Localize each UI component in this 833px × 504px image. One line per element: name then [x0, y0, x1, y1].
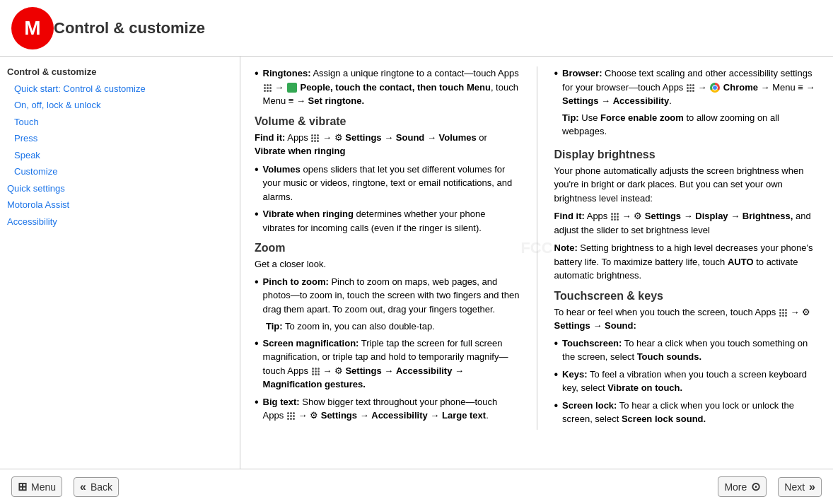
screen-mag-label: Screen magnification:: [263, 338, 359, 348]
next-label: Next: [784, 481, 805, 493]
sidebar-item-control-customize[interactable]: Control & customize: [0, 64, 240, 81]
content-wrapper: FCC • Ringtones: Assign a unique rington…: [255, 66, 819, 430]
vibrate-text: Vibrate when ringing determines whether …: [263, 207, 520, 235]
bullet-dot-r1: •: [554, 66, 559, 80]
ringtones-text: Ringtones: Assign a unique ringtone to a…: [263, 66, 520, 108]
screen-lock-item: • Screen lock: To hear a click when you …: [554, 399, 820, 426]
bullet-dot-4: •: [255, 275, 259, 288]
bottom-bar: ⊞ Menu « Back More ⊙ Next »: [0, 469, 833, 504]
browser-item: • Browser: Choose text scaling and other…: [554, 66, 820, 141]
apps-icon-r2: [611, 213, 619, 221]
find-it-brightness: Find it: Apps → ⚙ Settings → Display → B…: [554, 209, 820, 237]
zoom-tip: Tip: To zoom in, you can also double-tap…: [266, 320, 520, 334]
sidebar-item-on-off[interactable]: On, off, lock & unlock: [0, 97, 240, 114]
volumes-item: • Volumes opens sliders that let you set…: [255, 163, 520, 204]
force-enable-zoom: Force enable zoom: [600, 112, 684, 123]
back-button[interactable]: « Back: [74, 477, 119, 497]
more-icon: ⊙: [751, 480, 760, 493]
big-text-item: • Big text: Show bigger text throughout …: [255, 395, 520, 423]
touchscreen-item: • Touchscreen: To hear a click when you …: [554, 336, 820, 364]
apps-icon-r1: [687, 84, 694, 92]
screen-mag-text: Screen magnification: Triple tap the scr…: [263, 336, 520, 392]
keys-label: Keys:: [562, 369, 587, 380]
sidebar-item-touch[interactable]: Touch: [0, 114, 240, 131]
screen-lock-text: Screen lock: To hear a click when you lo…: [562, 399, 819, 426]
next-icon: »: [809, 481, 815, 493]
people-icon: [287, 83, 297, 93]
sidebar-item-customize[interactable]: Customize: [0, 163, 240, 180]
right-column: • Browser: Choose text scaling and other…: [554, 66, 820, 430]
find-it-label: Find it:: [255, 132, 285, 143]
apps-icon-4: [287, 412, 295, 420]
vibrate-on-touch-label: Vibrate on touch.: [607, 382, 682, 393]
apps-icon-2: [311, 134, 319, 142]
content-columns: • Ringtones: Assign a unique ringtone to…: [255, 66, 819, 430]
bullet-dot-ts: •: [554, 336, 559, 350]
ts-intro: To hear or feel when you touch the scree…: [554, 305, 820, 333]
bottom-left: ⊞ Menu « Back: [11, 476, 119, 497]
sidebar-item-speak[interactable]: Speak: [0, 147, 240, 164]
ts-label: Touchscreen:: [562, 338, 622, 348]
content-area: FCC • Ringtones: Assign a unique rington…: [240, 57, 833, 469]
vibrate-item: • Vibrate when ringing determines whethe…: [255, 207, 520, 235]
touchscreen-keys-heading: Touchscreen & keys: [554, 290, 820, 303]
tip-label-r: Tip:: [562, 112, 579, 123]
big-text-label: Big text:: [263, 397, 300, 407]
keys-item: • Keys: To feel a vibration when you tou…: [554, 368, 820, 395]
brightness-note: Note: Setting brightness to a high level…: [554, 241, 820, 283]
display-brightness-heading: Display brightness: [554, 148, 820, 161]
bullet-dot-5: •: [255, 336, 259, 350]
next-button[interactable]: Next »: [778, 477, 822, 497]
bottom-right: More ⊙ Next »: [718, 476, 822, 497]
pinch-text: Pinch to zoom: Pinch to zoom on maps, we…: [263, 275, 520, 317]
screen-mag-item: • Screen magnification: Triple tap the s…: [255, 336, 520, 392]
pinch-item: • Pinch to zoom: Pinch to zoom on maps, …: [255, 275, 520, 317]
apps-icon-r3: [779, 309, 787, 317]
page-header: M Control & customize: [0, 0, 833, 57]
apps-icon: [264, 84, 272, 92]
ringtones-item: • Ringtones: Assign a unique ringtone to…: [255, 66, 520, 108]
apps-icon-3: [312, 368, 320, 375]
touch-sounds-label: Touch sounds.: [637, 351, 701, 362]
more-label: More: [724, 481, 747, 493]
menu-label: Menu: [31, 481, 56, 493]
screen-lock-sound-label: Screen lock sound.: [622, 414, 706, 424]
menu-grid-icon: ⊞: [18, 480, 27, 493]
page-title: Control & customize: [54, 19, 205, 37]
back-icon: «: [80, 481, 86, 493]
sidebar-item-quick-start[interactable]: Quick start: Control & customize: [0, 81, 240, 98]
zoom-subtext: Get a closer look.: [255, 257, 520, 271]
big-text-text: Big text: Show bigger text throughout yo…: [263, 395, 520, 423]
sidebar: Control & customize Quick start: Control…: [0, 57, 240, 469]
volumes-text: Volumes opens sliders that let you set d…: [263, 163, 520, 204]
display-brightness-text: Your phone automatically adjusts the scr…: [554, 164, 820, 206]
sidebar-item-press[interactable]: Press: [0, 130, 240, 147]
sidebar-item-quick-settings[interactable]: Quick settings: [0, 180, 240, 197]
main-layout: Control & customize Quick start: Control…: [0, 57, 833, 469]
bullet-dot-sl: •: [554, 399, 559, 412]
motorola-logo: M: [11, 7, 54, 49]
pinch-label: Pinch to zoom:: [263, 276, 329, 287]
volumes-label: Volumes: [263, 164, 301, 175]
bullet-dot-6: •: [255, 395, 259, 409]
zoom-heading: Zoom: [255, 242, 520, 254]
bullet-dot-keys: •: [554, 368, 559, 381]
ringtones-label: Ringtones:: [263, 68, 311, 78]
browser-text: Browser: Choose text scaling and other a…: [562, 66, 819, 141]
find-it-label-r: Find it:: [554, 211, 585, 221]
left-column: • Ringtones: Assign a unique ringtone to…: [255, 66, 520, 430]
tip-label: Tip:: [266, 321, 283, 332]
auto-label: AUTO: [728, 257, 754, 267]
bullet-dot-2: •: [255, 163, 259, 176]
sidebar-item-motorola-assist[interactable]: Motorola Assist: [0, 197, 240, 213]
volume-vibrate-heading: Volume & vibrate: [255, 115, 520, 128]
browser-tip: Tip: Use Force enable zoom to allow zoom…: [562, 111, 819, 139]
menu-button[interactable]: ⊞ Menu: [11, 476, 62, 497]
bullet-dot: •: [255, 66, 259, 80]
vibrate-label: Vibrate when ringing: [263, 209, 354, 219]
more-button[interactable]: More ⊙: [718, 476, 767, 497]
find-it-volume: Find it: Apps → ⚙ Settings → Sound → Vol…: [255, 131, 520, 158]
browser-label: Browser:: [562, 68, 602, 78]
sidebar-item-accessibility[interactable]: Accessibility: [0, 213, 240, 230]
keys-text: Keys: To feel a vibration when you touch…: [562, 368, 819, 395]
